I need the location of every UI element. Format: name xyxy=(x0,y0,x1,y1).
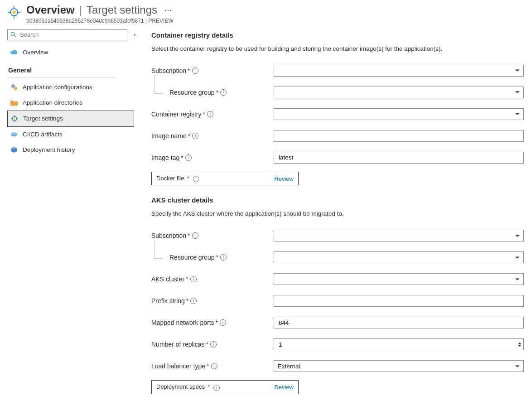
sidebar: ‹‹ Overview General Application configur… xyxy=(7,29,134,405)
deployment-specs-review-row: Deployment specs * i Review xyxy=(151,380,299,394)
info-icon[interactable]: i xyxy=(220,89,227,96)
page-title: Overview xyxy=(26,4,75,17)
tree-connector xyxy=(151,89,167,96)
required-indicator: * xyxy=(216,319,218,326)
chevron-down-icon xyxy=(515,92,520,93)
replicas-spinner[interactable] xyxy=(274,338,524,350)
section-heading-aks: AKS cluster details xyxy=(151,196,524,204)
resource-id: b09806da640638a295278e040c9b6503afef5871 xyxy=(26,18,144,24)
image-name-input[interactable] xyxy=(274,130,524,142)
resource-group-dropdown[interactable] xyxy=(274,87,524,98)
required-indicator: * xyxy=(207,362,209,370)
aks-resource-group-dropdown[interactable] xyxy=(274,251,524,263)
info-icon[interactable]: i xyxy=(192,68,198,74)
info-icon[interactable]: i xyxy=(192,133,198,139)
cloud-icon xyxy=(10,48,18,57)
info-icon[interactable]: i xyxy=(185,154,192,161)
target-icon xyxy=(7,5,21,19)
svg-point-17 xyxy=(11,132,17,135)
svg-point-11 xyxy=(14,118,15,120)
chevron-down-icon xyxy=(515,365,520,367)
page-header: Overview | Target settings ⋯ b09806da640… xyxy=(0,0,531,29)
pipeline-icon xyxy=(10,130,18,139)
sidebar-item-target-settings[interactable]: Target settings xyxy=(7,111,134,127)
image-tag-value[interactable] xyxy=(278,154,520,161)
label-aks-cluster: AKS cluster * i xyxy=(151,275,274,283)
required-indicator: * xyxy=(187,175,189,182)
search-icon xyxy=(10,32,16,38)
info-icon[interactable]: i xyxy=(211,363,217,369)
info-icon[interactable]: i xyxy=(213,385,220,391)
subscription-dropdown[interactable] xyxy=(274,65,524,77)
page-subtitle: Target settings xyxy=(87,4,157,16)
cube-icon xyxy=(10,146,18,154)
info-icon[interactable]: i xyxy=(190,276,197,282)
info-icon[interactable]: i xyxy=(192,232,198,239)
required-indicator: * xyxy=(186,275,188,283)
info-icon[interactable]: i xyxy=(207,111,213,117)
title-separator: | xyxy=(79,4,82,16)
mapped-ports-input[interactable] xyxy=(274,317,524,328)
more-actions-button[interactable]: ⋯ xyxy=(164,6,172,14)
container-registry-dropdown[interactable] xyxy=(274,108,524,120)
page-subheading: b09806da640638a295278e040c9b6503afef5871… xyxy=(26,18,174,24)
mapped-ports-value[interactable] xyxy=(278,319,520,327)
prefix-string-input[interactable] xyxy=(274,295,524,307)
docker-file-review-row: Docker file * i Review xyxy=(151,172,299,186)
label-lb-type: Load balancer type * i xyxy=(151,362,274,370)
info-icon[interactable]: i xyxy=(220,319,226,326)
sidebar-search[interactable] xyxy=(7,29,127,40)
required-indicator: * xyxy=(208,383,210,390)
label-resource-group: Resource group * i xyxy=(151,89,274,96)
info-icon[interactable]: i xyxy=(210,341,217,348)
chevron-down-icon xyxy=(515,256,520,258)
lb-type-value: External xyxy=(278,363,300,370)
required-indicator: * xyxy=(188,67,190,74)
replicas-value[interactable] xyxy=(278,341,513,348)
docker-file-review-link[interactable]: Review xyxy=(274,175,294,182)
section-container-registry: Container registry details Select the co… xyxy=(151,31,524,186)
sidebar-item-label: Application directories xyxy=(23,99,82,106)
label-image-tag: Image tag * i xyxy=(151,154,274,161)
folder-icon xyxy=(10,99,18,107)
info-icon[interactable]: i xyxy=(220,254,227,261)
sidebar-item-label: Deployment history xyxy=(23,146,75,153)
svg-point-6 xyxy=(11,33,14,36)
deployment-specs-review-link[interactable]: Review xyxy=(274,384,294,391)
info-icon[interactable]: i xyxy=(193,176,199,182)
spinner-down-button[interactable] xyxy=(518,345,521,347)
info-icon[interactable]: i xyxy=(190,298,197,304)
label-subscription: Subscription * i xyxy=(151,67,274,74)
tree-connector xyxy=(151,254,167,261)
sidebar-item-label: Application configurations xyxy=(23,84,92,91)
spinner-up-button[interactable] xyxy=(518,343,521,344)
required-indicator: * xyxy=(181,154,183,161)
section-heading-registry: Container registry details xyxy=(151,31,524,39)
sidebar-item-app-configurations[interactable]: Application configurations xyxy=(7,80,134,95)
required-indicator: * xyxy=(188,132,190,140)
sidebar-item-cicd-artifacts[interactable]: CI/CD artifacts xyxy=(7,127,134,142)
aks-subscription-dropdown[interactable] xyxy=(274,230,524,241)
image-tag-input[interactable] xyxy=(274,152,524,164)
sidebar-item-label: Target settings xyxy=(23,115,63,122)
sidebar-item-app-directories[interactable]: Application directories xyxy=(7,95,134,111)
sidebar-item-label: CI/CD artifacts xyxy=(23,131,63,138)
main-content: Container registry details Select the co… xyxy=(134,29,524,405)
label-mapped-ports: Mapped network ports * i xyxy=(151,319,274,326)
label-aks-resource-group: Resource group * i xyxy=(151,254,274,261)
chevron-down-icon xyxy=(515,235,520,237)
required-indicator: * xyxy=(216,89,218,96)
preview-badge: PREVIEW xyxy=(148,18,173,24)
required-indicator: * xyxy=(186,297,188,304)
label-docker-file: Docker file * i xyxy=(156,175,199,183)
required-indicator: * xyxy=(188,232,190,239)
aks-cluster-dropdown[interactable] xyxy=(274,273,524,285)
required-indicator: * xyxy=(206,341,208,348)
search-input[interactable] xyxy=(19,31,124,39)
chevron-down-icon xyxy=(515,113,520,115)
lb-type-dropdown[interactable]: External xyxy=(274,360,524,372)
sidebar-section-general: General xyxy=(7,60,134,75)
sidebar-item-deployment-history[interactable]: Deployment history xyxy=(7,142,134,158)
target-small-icon xyxy=(10,115,19,123)
sidebar-item-overview[interactable]: Overview xyxy=(7,45,134,60)
